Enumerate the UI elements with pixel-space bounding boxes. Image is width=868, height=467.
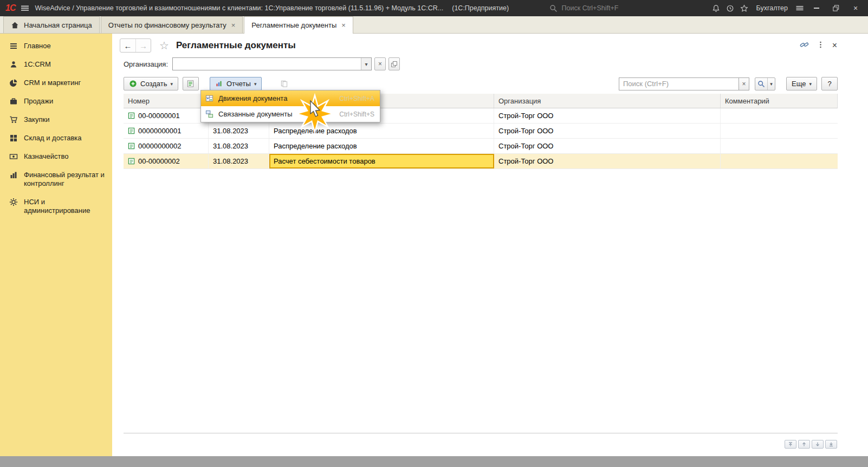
movements-report-icon xyxy=(205,94,213,102)
1c-logo: 1С xyxy=(5,3,15,13)
sidebar-item-sales[interactable]: Продажи xyxy=(0,92,112,111)
document-icon xyxy=(128,142,135,150)
person-icon xyxy=(9,60,18,69)
grid-icon xyxy=(9,134,18,142)
pie-chart-icon xyxy=(9,79,18,87)
related-documents-icon xyxy=(205,110,213,118)
page-title: Регламентные документы xyxy=(176,40,296,51)
document-icon xyxy=(128,112,135,119)
app-label: (1С:Предприятие) xyxy=(452,4,509,12)
app-window: 1С WiseAdvice / Управление торговлей и в… xyxy=(0,0,868,467)
scroll-up-button[interactable] xyxy=(798,440,810,449)
banknote-icon xyxy=(9,152,18,161)
add-to-favorites-star-icon[interactable]: ☆ xyxy=(159,40,169,51)
menu-lines-icon xyxy=(9,42,18,50)
window-title: WiseAdvice / Управление торговлей и взаи… xyxy=(35,4,443,12)
home-icon xyxy=(11,21,19,29)
choose-list-icon xyxy=(391,61,398,68)
more-button[interactable]: Еще ▾ xyxy=(786,77,817,90)
close-window-button[interactable]: × xyxy=(848,0,863,16)
scroll-down-button[interactable] xyxy=(812,440,824,449)
current-user-label[interactable]: Бухгалтер xyxy=(756,4,788,12)
report-chart-icon xyxy=(215,80,223,88)
notifications-bell-icon[interactable] xyxy=(712,4,721,12)
minimize-icon xyxy=(814,8,819,9)
sidebar-item-nsi-administration[interactable]: НСИ и администрирование xyxy=(0,193,112,220)
header-number[interactable]: Номер xyxy=(124,94,209,108)
main-menu-icon[interactable] xyxy=(21,4,29,12)
tab-close-icon[interactable]: × xyxy=(341,21,346,29)
sidebar-item-treasury[interactable]: Казначейство xyxy=(0,147,112,166)
document-icon xyxy=(128,127,135,134)
global-search-placeholder: Поиск Ctrl+Shift+F xyxy=(562,4,619,12)
organization-choose-button[interactable] xyxy=(388,57,400,70)
table-row[interactable]: 00000000002 31.08.2023 Распределение рас… xyxy=(124,139,838,154)
briefcase-icon xyxy=(9,97,18,106)
sidebar-item-purchases[interactable]: Закупки xyxy=(0,111,112,129)
service-menu-icon[interactable] xyxy=(795,4,804,12)
gear-icon xyxy=(9,198,18,206)
sidebar-item-main[interactable]: Главное xyxy=(0,37,112,55)
tab-bar: Начальная страница Отчеты по финансовому… xyxy=(0,16,868,34)
refresh-list-button[interactable] xyxy=(183,77,199,90)
header-organization[interactable]: Организация xyxy=(494,94,721,108)
advanced-search-button[interactable]: ▾ xyxy=(755,77,775,90)
sidebar-item-crm-marketing[interactable]: CRM и маркетинг xyxy=(0,74,112,92)
bar-chart-icon xyxy=(9,171,18,179)
organization-field[interactable]: ▾ xyxy=(172,57,372,70)
history-nav: ← → xyxy=(120,38,151,53)
menu-item-document-movements[interactable]: Движения документа Ctrl+Shift+A xyxy=(201,90,380,106)
organization-input[interactable] xyxy=(173,58,361,70)
document-icon xyxy=(128,158,135,165)
sidebar-item-financial-result[interactable]: Финансовый результат и контроллинг xyxy=(0,166,112,193)
document-list-icon xyxy=(186,80,195,88)
search-icon xyxy=(549,4,558,12)
favorites-star-icon[interactable] xyxy=(740,4,749,12)
more-options-dots-icon[interactable] xyxy=(819,41,822,51)
list-form: ← → ☆ Регламентные документы × Органи xyxy=(112,34,868,456)
sidebar-item-warehouse[interactable]: Склад и доставка xyxy=(0,129,112,147)
forward-button[interactable]: → xyxy=(135,39,151,52)
window-bottom-edge xyxy=(0,456,868,467)
tab-home[interactable]: Начальная страница xyxy=(3,16,100,33)
scroll-bottom-button[interactable] xyxy=(825,440,837,449)
maximize-button[interactable] xyxy=(829,0,843,16)
organization-label: Организация: xyxy=(124,60,168,68)
cart-icon xyxy=(9,115,18,124)
list-search-input[interactable] xyxy=(619,77,739,90)
minimize-button[interactable] xyxy=(809,0,824,16)
header-comment[interactable]: Комментарий xyxy=(721,94,838,108)
history-icon[interactable] xyxy=(726,4,735,12)
table-row-selected[interactable]: 00-00000002 31.08.2023 Расчет себестоимо… xyxy=(124,154,838,169)
create-button[interactable]: Создать ▾ xyxy=(124,77,178,90)
copy-button-disabled[interactable] xyxy=(276,77,292,90)
organization-dropdown-icon[interactable]: ▾ xyxy=(361,58,371,70)
close-form-icon[interactable]: × xyxy=(832,41,837,50)
section-panel: Главное 1C:CRM CRM и маркетинг Продажи З… xyxy=(0,34,112,456)
back-button[interactable]: ← xyxy=(120,39,135,52)
reports-dropdown-menu: Движения документа Ctrl+Shift+A Связанны… xyxy=(200,90,380,122)
title-bar: 1С WiseAdvice / Управление торговлей и в… xyxy=(0,0,868,16)
plus-circle-icon xyxy=(129,80,137,88)
sidebar-item-1c-crm[interactable]: 1C:CRM xyxy=(0,55,112,74)
tab-financial-reports[interactable]: Отчеты по финансовому результату × xyxy=(101,16,243,33)
organization-clear-button[interactable]: × xyxy=(374,57,386,70)
restore-icon xyxy=(833,5,839,11)
menu-item-related-documents[interactable]: Связанные документы Ctrl+Shift+S xyxy=(201,106,380,122)
list-scroll-buttons xyxy=(785,440,837,449)
focused-cell: Расчет себестоимости товаров xyxy=(269,154,494,168)
get-link-icon[interactable] xyxy=(800,40,809,51)
scroll-top-button[interactable] xyxy=(785,440,796,449)
copy-icon xyxy=(280,80,288,88)
tab-regulated-documents[interactable]: Регламентные документы × xyxy=(244,16,353,34)
tab-close-icon[interactable]: × xyxy=(231,21,236,29)
search-icon xyxy=(755,80,767,88)
help-button[interactable]: ? xyxy=(821,77,838,90)
list-search-clear-button[interactable]: × xyxy=(739,77,749,90)
reports-button[interactable]: Отчеты ▾ xyxy=(210,77,262,90)
documents-table: Номер Организация Комментарий 00-0000000… xyxy=(124,94,838,433)
global-search-input[interactable]: Поиск Ctrl+Shift+F xyxy=(549,4,707,12)
table-row[interactable]: 00000000001 31.08.2023 Распределение рас… xyxy=(124,124,838,139)
